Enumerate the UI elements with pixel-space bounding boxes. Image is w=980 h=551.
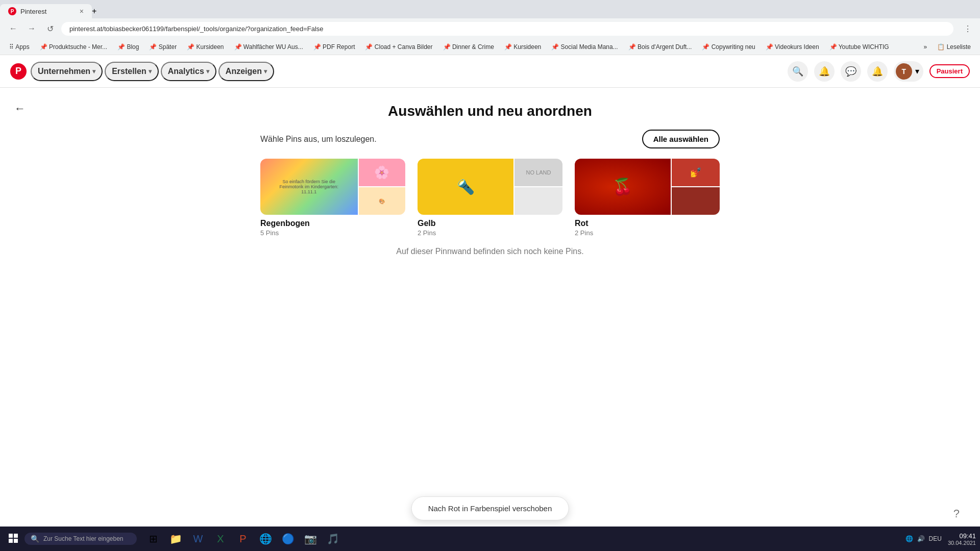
nav-analytics[interactable]: Analytics ▾: [161, 62, 216, 81]
board-thumb-top-rot: 💅: [672, 159, 720, 186]
taskbar-locale: DEU: [929, 535, 942, 542]
url-input[interactable]: [61, 22, 953, 36]
board-thumb-rot: 🍒 💅: [575, 159, 720, 215]
board-thumb-main-rot: 🍒: [575, 159, 671, 215]
taskbar-view-btn[interactable]: ⊞: [143, 529, 163, 549]
browser-chrome: Pinterest × + ← → ↺ ⋮ ⠿ Apps 📌 Produktsu…: [0, 0, 980, 55]
bookmark-leseliste[interactable]: 📋 Leseliste: [934, 42, 974, 52]
bookmark-blog[interactable]: 📌 Blog: [114, 42, 142, 52]
taskbar: 🔍 Zur Suche Text hier eingeben ⊞ 📁 W X P…: [0, 527, 980, 551]
taskbar-excel-btn[interactable]: X: [210, 529, 231, 549]
nav-back-btn[interactable]: ←: [6, 21, 20, 36]
empty-message: Auf dieser Pinnwand befinden sich noch k…: [10, 247, 970, 256]
nav-erstellen-label: Erstellen: [112, 67, 146, 76]
taskbar-right: 🌐 🔊 DEU 09:41 30.04.2021: [905, 532, 976, 546]
start-button[interactable]: [4, 531, 22, 547]
board-thumb-top-gelb: NO LAND: [514, 159, 562, 186]
bookmark-more[interactable]: »: [921, 42, 930, 52]
bookmark-apps[interactable]: ⠿ Apps: [6, 42, 33, 52]
svg-rect-2: [9, 539, 13, 543]
board-count-regenbogen: 5 Pins: [260, 229, 405, 237]
taskbar-search-icon: 🔍: [31, 535, 39, 543]
bookmark-videokurs[interactable]: 📌 Videokurs Ideen: [763, 42, 822, 52]
nav-unternehmen[interactable]: Unternehmen ▾: [31, 62, 103, 81]
profile-chevron: ▾: [915, 66, 919, 76]
nav-anzeigen-chevron: ▾: [264, 68, 267, 75]
tab-title: Pinterest: [20, 8, 46, 15]
nav-forward-btn[interactable]: →: [24, 21, 39, 36]
main-content: ← Auswählen und neu anordnen Wähle Pins …: [0, 88, 980, 287]
subtitle-text: Wähle Pins aus, um loszulegen.: [260, 135, 377, 144]
board-thumb-bottom-regenbogen: 🎨: [359, 187, 405, 215]
bookmark-kursideen2[interactable]: 📌 Kursideen: [501, 42, 544, 52]
taskbar-app8-btn[interactable]: 📷: [300, 529, 321, 549]
tab-close-btn[interactable]: ×: [80, 7, 84, 15]
extensions-btn[interactable]: ⋮: [962, 22, 974, 36]
messages-btn[interactable]: 💬: [841, 61, 861, 82]
taskbar-time: 09:41: [948, 532, 976, 540]
taskbar-edge-btn[interactable]: 🌐: [255, 529, 276, 549]
board-name-regenbogen: Regenbogen: [260, 219, 405, 228]
taskbar-date: 30.04.2021: [948, 540, 976, 546]
board-count-rot: 2 Pins: [575, 229, 720, 237]
page-title: Auswählen und neu anordnen: [10, 98, 970, 119]
taskbar-app9-btn[interactable]: 🎵: [323, 529, 343, 549]
bookmarks-bar: ⠿ Apps 📌 Produktsuche - Mer... 📌 Blog 📌 …: [0, 39, 980, 55]
nav-menu: Unternehmen ▾ Erstellen ▾ Analytics ▾ An…: [31, 62, 788, 81]
board-thumb-regenbogen: Sо einfach fördern Sie dieFeinmotorik im…: [260, 159, 405, 215]
taskbar-search[interactable]: 🔍 Zur Suche Text hier eingeben: [24, 533, 137, 545]
paused-badge[interactable]: Pausiert: [929, 64, 970, 78]
bookmark-cload[interactable]: 📌 Clоad + Canva Bilder: [362, 42, 435, 52]
svg-rect-0: [9, 534, 13, 538]
help-button[interactable]: ?: [953, 507, 960, 520]
taskbar-word-btn[interactable]: W: [188, 529, 208, 549]
board-count-gelb: 2 Pins: [418, 229, 562, 237]
address-bar: ← → ↺ ⋮: [0, 18, 980, 39]
toast-notification: Nach Rot in Farbenspiel verschoben: [411, 496, 569, 520]
board-thumb-gelb: 🔦 NO LAND: [418, 159, 562, 215]
board-name-rot: Rot: [575, 219, 720, 228]
board-card-rot[interactable]: 🍒 💅 Rot 2 Pins: [575, 159, 720, 237]
board-thumb-top-regenbogen: 🌸: [359, 159, 405, 186]
profile-btn[interactable]: T ▾: [894, 61, 923, 82]
taskbar-explorer-btn[interactable]: 📁: [165, 529, 186, 549]
alerts-btn[interactable]: 🔔: [867, 61, 888, 82]
taskbar-powerpoint-btn[interactable]: P: [233, 529, 253, 549]
taskbar-system-icons: 🌐 🔊 DEU: [905, 535, 942, 542]
bookmark-dinner[interactable]: 📌 Dinner & Crime: [440, 42, 497, 52]
pinterest-nav: P Unternehmen ▾ Erstellen ▾ Analytics ▾ …: [0, 55, 980, 88]
bookmark-copywriting[interactable]: 📌 Copywriting neu: [699, 42, 758, 52]
nav-anzeigen-label: Anzeigen: [226, 67, 262, 76]
board-thumb-side-regenbogen: 🌸 🎨: [359, 159, 405, 215]
taskbar-network-icon: 🌐: [905, 535, 913, 542]
notifications-btn[interactable]: 🔔: [814, 61, 835, 82]
nav-analytics-chevron: ▾: [206, 68, 209, 75]
board-thumb-side-rot: 💅: [672, 159, 720, 215]
board-thumb-main-gelb: 🔦: [418, 159, 513, 215]
nav-reload-btn[interactable]: ↺: [43, 21, 57, 36]
bookmark-pdf[interactable]: 📌 PDF Report: [310, 42, 358, 52]
bookmark-youtube[interactable]: 📌 Youtube WICHTIG: [826, 42, 892, 52]
svg-rect-3: [14, 539, 18, 543]
select-all-button[interactable]: Alle auswählen: [642, 130, 720, 148]
nav-anzeigen[interactable]: Anzeigen ▾: [218, 62, 274, 81]
pinterest-logo: P: [10, 63, 27, 80]
board-thumb-side-gelb: NO LAND: [514, 159, 562, 215]
back-button[interactable]: ←: [10, 98, 30, 119]
active-tab[interactable]: Pinterest ×: [0, 4, 92, 18]
bookmark-social[interactable]: 📌 Social Media Mana...: [548, 42, 621, 52]
windows-logo-icon: [8, 533, 18, 543]
taskbar-volume-icon: 🔊: [917, 535, 925, 542]
bookmark-spaeter[interactable]: 📌 Später: [146, 42, 180, 52]
search-btn[interactable]: 🔍: [788, 61, 808, 82]
tab-bar: Pinterest × +: [0, 0, 980, 18]
bookmark-bois[interactable]: 📌 Bois d'Argent Duft...: [625, 42, 695, 52]
board-card-regenbogen[interactable]: Sо einfach fördern Sie dieFeinmotorik im…: [260, 159, 405, 237]
board-card-gelb[interactable]: 🔦 NO LAND Gelb 2 Pins: [418, 159, 562, 237]
bookmark-wahlfaecher[interactable]: 📌 Wahlfächer WU Aus...: [231, 42, 306, 52]
taskbar-chrome-btn[interactable]: 🔵: [278, 529, 298, 549]
nav-erstellen[interactable]: Erstellen ▾: [105, 62, 159, 81]
bookmark-produktsuche[interactable]: 📌 Produktsuche - Mer...: [37, 42, 110, 52]
new-tab-btn[interactable]: +: [92, 7, 96, 16]
bookmark-kursideen1[interactable]: 📌 Kursideen: [184, 42, 227, 52]
